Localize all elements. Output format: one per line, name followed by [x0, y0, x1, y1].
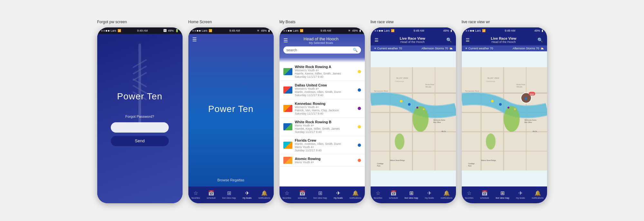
- menu-icon[interactable]: ☰: [192, 36, 197, 43]
- svg-point-38: [514, 108, 516, 110]
- carrier-label: Lars: [293, 29, 299, 32]
- screen-label-4: live race view: [371, 20, 394, 24]
- nav-myboats-boats[interactable]: ✈ my boats: [334, 190, 343, 199]
- nav-favorites-race[interactable]: ☆ favorites: [374, 190, 382, 199]
- boat-date-2: Saturday 11/1/17 9:40: [295, 94, 355, 97]
- boat-date-1: Saturday 11/1/17 9:40: [295, 75, 355, 78]
- battery-label: 49%: [352, 29, 358, 32]
- time-display: 9:49 AM: [505, 29, 515, 32]
- forgot-password-link[interactable]: Forgot Password?: [125, 115, 154, 118]
- home-header: ☰: [188, 34, 274, 45]
- battery-icon: ▮: [450, 29, 452, 32]
- svg-point-37: [507, 107, 509, 109]
- boat-info-1: White Rock Rowing A Women's Youth 4+ Hae…: [295, 65, 355, 78]
- battery-icon: ▮: [542, 29, 543, 32]
- nav-schedule-boats[interactable]: 📅 schedule: [298, 190, 307, 199]
- time-display: 9:49 AM: [320, 29, 331, 32]
- search-icon-race[interactable]: 🔍: [446, 37, 452, 43]
- nav-myboats-label-race-wr: my boats: [516, 197, 525, 199]
- race-map[interactable]: Tennessee River Ross First Shoals McKenz…: [371, 51, 456, 186]
- send-button[interactable]: Send: [111, 136, 169, 146]
- boat-item-6[interactable]: Atomic Rowing Mens Youth 4+: [279, 155, 365, 166]
- svg-text:Park: Park: [468, 165, 472, 167]
- nav-favorites-race-wr[interactable]: ☆ favorites: [465, 190, 473, 199]
- weather-current-label-wr: Current weather 70: [469, 47, 493, 50]
- nav-schedule-race[interactable]: 📅 schedule: [389, 190, 398, 199]
- boat-category-1: Women's Youth 4+: [295, 69, 355, 72]
- svg-point-8: [412, 106, 429, 132]
- nav-myboats-race[interactable]: ✈ my boats: [425, 190, 434, 199]
- carrier-label: Lars: [475, 29, 481, 32]
- svg-text:McKenzie Arena: McKenzie Arena: [525, 119, 536, 121]
- boat-item-4[interactable]: White Rock Rowing B Mens Youth 4+ Hamlet…: [279, 118, 365, 136]
- wifi-icon: 📶: [300, 29, 303, 32]
- search-icon-race-wr[interactable]: 🔍: [537, 37, 543, 43]
- bottom-nav-race: ☆ favorites 📅 schedule ⊞ live view map ✈…: [371, 186, 456, 203]
- nav-favorites[interactable]: ☆ favorites: [192, 190, 200, 199]
- nav-myboats-race-wr[interactable]: ✈ my boats: [516, 190, 525, 199]
- weather-afternoon-label-wr: Afternoon Storms 70: [513, 47, 539, 50]
- boat-item-2[interactable]: Dallas United Crew Women's Youth 4+ Mart…: [279, 81, 365, 99]
- home-screen: Home Screen Lars 📶 9:49 AM ✳ 49% ▮: [188, 27, 274, 203]
- battery-label: 49%: [168, 29, 174, 32]
- bottom-nav-boats: ☆ favorites 📅 schedule ⊞ live view map ✈…: [279, 186, 365, 203]
- svg-point-9: [395, 134, 404, 150]
- nav-notif-race-wr[interactable]: 🔔 notifications: [532, 190, 544, 199]
- nav-myboats-label: my boats: [242, 197, 251, 199]
- browse-regattas-link[interactable]: Browse Regattas: [217, 178, 244, 182]
- svg-point-10: [400, 100, 402, 103]
- search-bar[interactable]: search 🔍: [283, 46, 361, 54]
- star-icon: ☆: [194, 190, 198, 196]
- svg-point-11: [408, 103, 411, 106]
- nav-favorites-boats[interactable]: ☆ favorites: [283, 190, 291, 199]
- cal-icon-wr: 📅: [481, 190, 488, 196]
- boat-flag-3: [283, 105, 292, 112]
- boat-item-1[interactable]: White Rock Rowing A Women's Youth 4+ Hae…: [279, 63, 365, 81]
- bell-icon: 🔔: [443, 190, 450, 196]
- boat-crew-5: Mens Youth 4+: [295, 146, 355, 149]
- nav-map-race[interactable]: ⊞ live view map: [405, 190, 418, 199]
- nav-favorites-label-boats: favorites: [283, 197, 291, 199]
- boat-date-3: Saturday 11/1/17 9:40: [295, 112, 355, 115]
- race-map-wr[interactable]: 👤 312 Tennessee River Ross First Shoals …: [462, 51, 547, 186]
- svg-point-33: [504, 106, 520, 132]
- nav-map-boats[interactable]: ⊞ live view map: [314, 190, 327, 199]
- app-title: Power Ten: [117, 91, 163, 102]
- boat-item-3[interactable]: Kennebac Rowing Women's Youth 4+ Patrick…: [279, 99, 365, 118]
- live-race-content: ☰ Live Race View Head of the Hooch 🔍 ☀ C…: [371, 34, 456, 203]
- boat-item-5[interactable]: Florida Crew Martin, Andrews, Allen, Smi…: [279, 136, 365, 155]
- boat-crew-2: Martin, Andrews, Allen, Smith, Dunn: [295, 90, 355, 94]
- menu-icon-race[interactable]: ☰: [374, 37, 379, 43]
- nav-map-race-wr[interactable]: ⊞ live view map: [496, 190, 509, 199]
- nav-notif-race[interactable]: 🔔 notifications: [440, 190, 452, 199]
- carrier-label: Lars: [384, 29, 390, 32]
- boat-info-3: Kennebac Rowing Women's Youth 4+ Patrick…: [295, 102, 355, 115]
- boat-category-4: Mens Youth 4+: [295, 124, 355, 127]
- live-race-wr-header: ☰ Live Race View Head of the Hooch 🔍: [462, 34, 547, 45]
- nav-my-boats[interactable]: ✈ my boats: [242, 190, 251, 199]
- nav-schedule-race-wr[interactable]: 📅 schedule: [480, 190, 489, 199]
- menu-icon-boats[interactable]: ☰: [283, 37, 288, 44]
- bluetooth-icon: 🅱: [164, 29, 166, 32]
- live-race-title: Live Race View: [400, 36, 425, 40]
- search-icon[interactable]: 🔍: [353, 48, 358, 52]
- menu-icon-race-wr[interactable]: ☰: [466, 37, 470, 43]
- nav-schedule[interactable]: 📅 schedule: [207, 190, 216, 199]
- live-race-wr-subtitle: Head of the Hooch: [491, 40, 516, 44]
- live-race-wr-screen: live race view wr Lars 📶 9:49 AM 49% ▮: [462, 27, 547, 203]
- wifi-icon: 📶: [482, 29, 486, 32]
- wifi-icon: 📶: [209, 29, 212, 32]
- boat-crew-1: Haerle, Keene, Miller, Smith, James: [295, 72, 355, 75]
- nav-live-view-map[interactable]: ⊞ live view map: [223, 190, 236, 199]
- svg-point-34: [486, 134, 496, 150]
- nav-notif-boats[interactable]: 🔔 notifications: [349, 190, 361, 199]
- email-field[interactable]: [111, 122, 169, 133]
- star-icon: ☆: [376, 190, 380, 196]
- cal-icon: 📅: [390, 190, 397, 196]
- my-boats-content: ☰ Head of the Hooch My Selected Boats se…: [279, 34, 365, 203]
- boat-crew-3: Patrick, Van, Harris, Clay, Jackson: [295, 109, 355, 112]
- weather-afternoon-wr: Afternoon Storms 70 ⛅: [513, 47, 544, 50]
- cloud-icon: ⛅: [449, 47, 453, 50]
- nav-notifications[interactable]: 🔔 notifications: [258, 190, 270, 199]
- boat-flag-5: [283, 142, 292, 149]
